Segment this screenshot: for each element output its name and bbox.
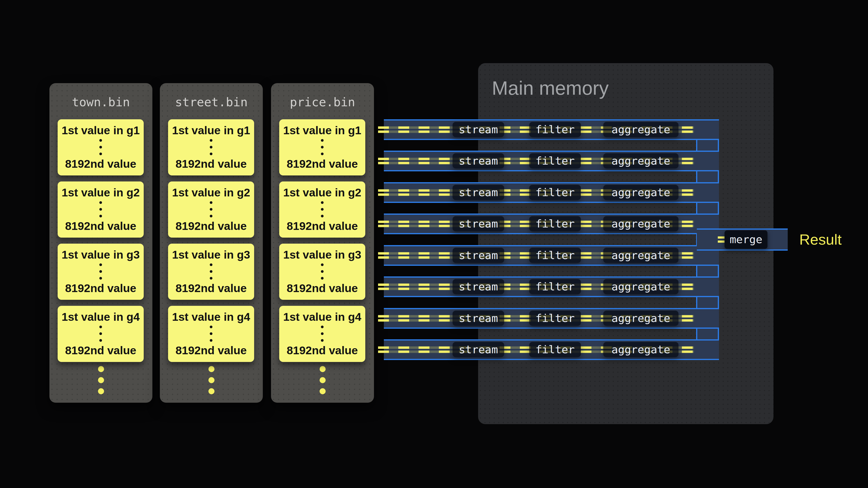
vertical-ellipsis-icon xyxy=(99,326,102,342)
data-flow-dashes-icon xyxy=(718,236,725,243)
card-last-value-label: 8192nd value xyxy=(65,220,136,232)
stream-stage-box: stream xyxy=(453,216,504,231)
vertical-ellipsis-icon xyxy=(99,139,102,155)
pipeline-lane: stream filter aggregate xyxy=(384,339,719,360)
stream-stage-box: stream xyxy=(453,248,504,263)
vertical-ellipsis-icon xyxy=(210,263,212,280)
row-group-card: 1st value in g4 8192nd value xyxy=(279,306,365,362)
merge-band: merge xyxy=(697,228,788,251)
more-groups-ellipsis-icon xyxy=(319,366,326,394)
diagram-canvas: town.bin 1st value in g1 8192nd value 1s… xyxy=(0,0,868,488)
row-group-card: 1st value in g3 8192nd value xyxy=(168,243,254,300)
card-first-value-label: 1st value in g3 xyxy=(172,249,250,261)
row-group-card: 1st value in g1 8192nd value xyxy=(168,119,254,175)
aggregate-stage-box: aggregate xyxy=(603,342,679,357)
card-first-value-label: 1st value in g1 xyxy=(172,124,250,137)
card-last-value-label: 8192nd value xyxy=(65,282,136,294)
filter-stage-box: filter xyxy=(529,311,581,326)
stream-stage-box: stream xyxy=(453,311,504,326)
card-first-value-label: 1st value in g3 xyxy=(62,249,140,261)
aggregate-stage-box: aggregate xyxy=(603,279,679,294)
file-name-label: street.bin xyxy=(160,95,263,110)
row-group-card: 1st value in g2 8192nd value xyxy=(168,182,254,238)
card-first-value-label: 1st value in g1 xyxy=(62,124,140,137)
aggregate-stage-box: aggregate xyxy=(603,185,679,200)
pipeline-lane: stream filter aggregate xyxy=(384,214,719,234)
vertical-ellipsis-icon xyxy=(99,201,102,217)
card-last-value-label: 8192nd value xyxy=(287,220,358,232)
card-last-value-label: 8192nd value xyxy=(176,282,247,294)
stream-stage-box: stream xyxy=(453,122,504,137)
row-group-card: 1st value in g3 8192nd value xyxy=(279,243,365,300)
row-group-card: 1st value in g2 8192nd value xyxy=(58,182,144,238)
row-group-card: 1st value in g3 8192nd value xyxy=(58,243,144,300)
card-first-value-label: 1st value in g2 xyxy=(62,186,140,199)
filter-stage-box: filter xyxy=(529,279,581,294)
file-panel-price: price.bin 1st value in g1 8192nd value 1… xyxy=(271,83,374,403)
pipeline-lane: stream filter aggregate xyxy=(384,245,719,266)
row-group-card: 1st value in g2 8192nd value xyxy=(279,182,365,238)
row-group-card: 1st value in g4 8192nd value xyxy=(168,306,254,362)
merge-stage-box: merge xyxy=(724,230,768,249)
card-first-value-label: 1st value in g2 xyxy=(283,186,362,199)
aggregate-stage-box: aggregate xyxy=(603,153,679,168)
file-name-label: price.bin xyxy=(271,95,374,110)
stream-stage-box: stream xyxy=(453,185,504,200)
stream-stage-box: stream xyxy=(453,153,504,168)
card-last-value-label: 8192nd value xyxy=(287,344,358,357)
card-first-value-label: 1st value in g1 xyxy=(283,124,362,137)
stream-stage-box: stream xyxy=(453,342,504,357)
filter-stage-box: filter xyxy=(529,122,581,137)
vertical-ellipsis-icon xyxy=(210,139,212,155)
card-last-value-label: 8192nd value xyxy=(287,158,358,170)
vertical-ellipsis-icon xyxy=(210,326,212,342)
main-memory-title: Main memory xyxy=(492,77,609,100)
card-last-value-label: 8192nd value xyxy=(65,158,136,170)
card-last-value-label: 8192nd value xyxy=(65,344,136,357)
result-label: Result xyxy=(799,230,842,249)
file-panel-town: town.bin 1st value in g1 8192nd value 1s… xyxy=(50,83,152,403)
pipeline-lane: stream filter aggregate xyxy=(384,182,719,203)
vertical-ellipsis-icon xyxy=(321,263,323,280)
aggregate-stage-box: aggregate xyxy=(603,248,679,263)
vertical-ellipsis-icon xyxy=(321,139,323,155)
aggregate-stage-box: aggregate xyxy=(603,216,679,231)
pipeline-lane: stream filter aggregate xyxy=(384,119,719,140)
filter-stage-box: filter xyxy=(529,216,581,231)
aggregate-stage-box: aggregate xyxy=(603,311,679,326)
card-last-value-label: 8192nd value xyxy=(176,220,247,232)
vertical-ellipsis-icon xyxy=(321,326,323,342)
pipeline-lane: stream filter aggregate xyxy=(384,308,719,329)
pipeline-lane: stream filter aggregate xyxy=(384,151,719,171)
vertical-ellipsis-icon xyxy=(210,201,212,217)
vertical-ellipsis-icon xyxy=(99,263,102,280)
filter-stage-box: filter xyxy=(529,248,581,263)
row-group-card: 1st value in g1 8192nd value xyxy=(58,119,144,175)
vertical-ellipsis-icon xyxy=(321,201,323,217)
card-last-value-label: 8192nd value xyxy=(176,158,247,170)
card-first-value-label: 1st value in g4 xyxy=(62,311,140,323)
file-panel-street: street.bin 1st value in g1 8192nd value … xyxy=(160,83,263,403)
file-name-label: town.bin xyxy=(50,95,152,110)
row-group-card: 1st value in g4 8192nd value xyxy=(58,306,144,362)
card-first-value-label: 1st value in g4 xyxy=(283,311,362,323)
more-groups-ellipsis-icon xyxy=(208,366,214,394)
filter-stage-box: filter xyxy=(529,342,581,357)
card-last-value-label: 8192nd value xyxy=(287,282,358,294)
card-first-value-label: 1st value in g3 xyxy=(283,249,362,261)
card-first-value-label: 1st value in g2 xyxy=(172,186,250,199)
filter-stage-box: filter xyxy=(529,153,581,168)
row-group-card: 1st value in g1 8192nd value xyxy=(279,119,365,175)
card-first-value-label: 1st value in g4 xyxy=(172,311,250,323)
more-groups-ellipsis-icon xyxy=(98,366,104,394)
card-last-value-label: 8192nd value xyxy=(176,344,247,357)
stream-stage-box: stream xyxy=(453,279,504,294)
filter-stage-box: filter xyxy=(529,185,581,200)
aggregate-stage-box: aggregate xyxy=(603,122,679,137)
pipeline-lane: stream filter aggregate xyxy=(384,276,719,297)
